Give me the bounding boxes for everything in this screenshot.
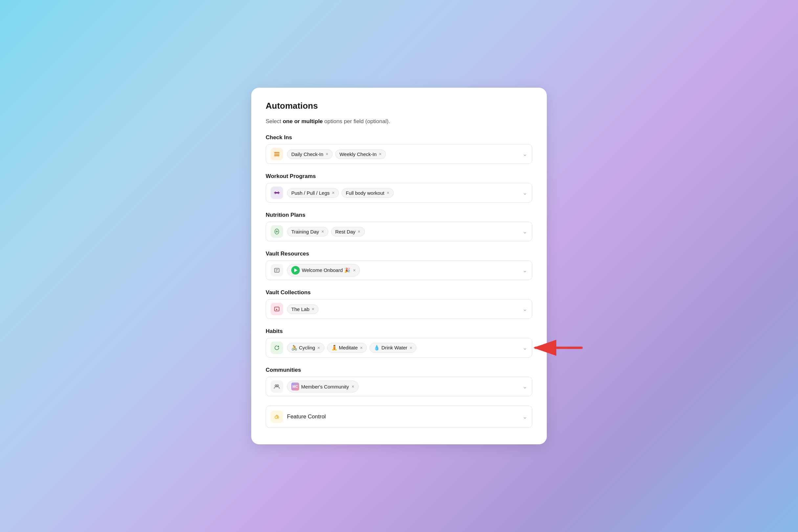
tag-rest-day: Rest Day ×: [331, 227, 365, 236]
vault-resources-icon: [271, 264, 283, 277]
workout-programs-label: Workout Programs: [266, 173, 532, 179]
vault-collections-icon: [271, 303, 283, 315]
tag-drink-water: 💧 Drink Water ×: [369, 343, 416, 353]
habits-label: Habits: [266, 328, 532, 335]
svg-rect-7: [276, 192, 278, 193]
nutrition-plans-field[interactable]: Training Day × Rest Day × ⌄: [266, 222, 532, 241]
panel-title: Automations: [266, 101, 532, 111]
check-ins-label: Check Ins: [266, 134, 532, 141]
feature-control-chevron: ⌄: [522, 413, 527, 420]
vault-resources-tags: Welcome Onboard 🎉 ×: [287, 264, 518, 277]
tag-training-day: Training Day ×: [287, 227, 328, 236]
check-ins-tags: Daily Check-In × Weekly Check-In ×: [287, 149, 518, 159]
tag-full-body: Full body workout ×: [342, 188, 394, 198]
communities-tags: MC Member's Community ×: [287, 381, 518, 393]
svg-rect-9: [274, 307, 279, 311]
subtitle: Select one or multiple options per field…: [266, 118, 532, 126]
remove-daily-checkin[interactable]: ×: [326, 152, 328, 156]
vault-resources-field[interactable]: Welcome Onboard 🎉 × ⌄: [266, 261, 532, 280]
vault-collections-tags: The Lab ×: [287, 304, 518, 314]
vault-resources-label: Vault Resources: [266, 251, 532, 257]
tag-weekly-checkin: Weekly Check-In ×: [335, 149, 386, 159]
check-ins-chevron: ⌄: [522, 150, 527, 158]
check-ins-field[interactable]: Daily Check-In × Weekly Check-In × ⌄: [266, 144, 532, 164]
svg-point-13: [277, 385, 279, 386]
svg-point-15: [277, 417, 278, 418]
svg-rect-8: [274, 268, 279, 272]
vault-resources-section: Vault Resources Welcome Onboard 🎉 × ⌄: [266, 251, 532, 280]
remove-welcome-onboard[interactable]: ×: [353, 268, 356, 272]
communities-section: Communities MC Member's Community × ⌄: [266, 367, 532, 396]
feature-control-field[interactable]: Feature Control ⌄: [266, 405, 532, 428]
remove-meditate[interactable]: ×: [360, 345, 363, 350]
habits-section: Habits 🚴 Cycling × 🧘 Meditate × 💧 Drink …: [266, 328, 532, 358]
remove-push-pull-legs[interactable]: ×: [332, 190, 335, 195]
habits-field[interactable]: 🚴 Cycling × 🧘 Meditate × 💧 Drink Water ×…: [266, 338, 532, 358]
svg-point-12: [275, 385, 277, 386]
workout-programs-tags: Push / Pull / Legs × Full body workout ×: [287, 188, 518, 198]
tag-cycling: 🚴 Cycling ×: [287, 343, 324, 353]
tag-daily-checkin: Daily Check-In ×: [287, 149, 332, 159]
svg-rect-2: [274, 155, 280, 156]
tag-the-lab: The Lab ×: [287, 304, 319, 314]
members-community-thumb: MC: [291, 383, 299, 391]
communities-label: Communities: [266, 367, 532, 374]
workout-programs-icon: [271, 187, 283, 199]
vault-collections-chevron: ⌄: [522, 305, 527, 312]
communities-chevron: ⌄: [522, 383, 527, 390]
tag-push-pull-legs: Push / Pull / Legs ×: [287, 188, 339, 198]
svg-rect-6: [278, 191, 279, 194]
vault-resources-chevron: ⌄: [522, 267, 527, 274]
tag-members-community: MC Member's Community ×: [287, 381, 359, 393]
nutrition-plans-label: Nutrition Plans: [266, 212, 532, 218]
remove-training-day[interactable]: ×: [321, 229, 324, 234]
tag-welcome-onboard: Welcome Onboard 🎉 ×: [287, 264, 360, 277]
habits-arrow-container: 🚴 Cycling × 🧘 Meditate × 💧 Drink Water ×…: [266, 338, 532, 358]
remove-full-body[interactable]: ×: [386, 190, 389, 195]
remove-drink-water[interactable]: ×: [410, 345, 412, 350]
svg-rect-1: [274, 154, 280, 155]
workout-programs-section: Workout Programs Push / Pull / Legs × Fu…: [266, 173, 532, 203]
automations-panel: Automations Select one or multiple optio…: [251, 88, 547, 445]
feature-control-section: Feature Control ⌄: [266, 405, 532, 428]
remove-members-community[interactable]: ×: [352, 384, 354, 389]
feature-control-icon: [271, 411, 283, 423]
tag-meditate: 🧘 Meditate ×: [327, 343, 367, 353]
vault-collections-label: Vault Collections: [266, 289, 532, 296]
vault-collections-section: Vault Collections The Lab × ⌄: [266, 289, 532, 319]
feature-control-label: Feature Control: [287, 414, 326, 420]
habits-icon: [271, 342, 283, 354]
svg-rect-0: [274, 152, 280, 153]
remove-rest-day[interactable]: ×: [358, 229, 360, 234]
communities-field[interactable]: MC Member's Community × ⌄: [266, 377, 532, 396]
nutrition-plans-chevron: ⌄: [522, 228, 527, 235]
check-ins-icon: [271, 148, 283, 160]
nutrition-plans-tags: Training Day × Rest Day ×: [287, 227, 518, 236]
play-icon: [291, 266, 300, 274]
check-ins-section: Check Ins Daily Check-In × Weekly Check-…: [266, 134, 532, 164]
vault-collections-field[interactable]: The Lab × ⌄: [266, 299, 532, 319]
remove-the-lab[interactable]: ×: [312, 307, 314, 311]
workout-programs-field[interactable]: Push / Pull / Legs × Full body workout ×…: [266, 183, 532, 203]
habits-chevron: ⌄: [522, 344, 527, 352]
workout-programs-chevron: ⌄: [522, 189, 527, 196]
remove-cycling[interactable]: ×: [317, 345, 320, 350]
red-arrow-annotation: [526, 338, 585, 358]
communities-icon: [271, 380, 283, 393]
nutrition-plans-section: Nutrition Plans Training Day × Rest Day …: [266, 212, 532, 241]
nutrition-plans-icon: [271, 225, 283, 238]
remove-weekly-checkin[interactable]: ×: [379, 152, 382, 156]
svg-rect-5: [275, 191, 276, 194]
habits-tags: 🚴 Cycling × 🧘 Meditate × 💧 Drink Water ×: [287, 343, 518, 353]
